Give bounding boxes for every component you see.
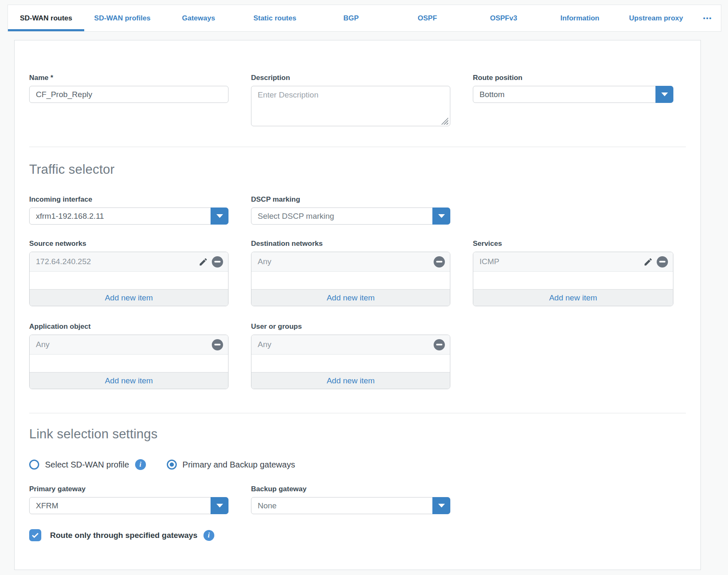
remove-icon[interactable] (433, 339, 445, 350)
tab-information[interactable]: Information (542, 5, 618, 31)
list-item-value: Any (258, 257, 431, 266)
radio-primary-backup-gateways[interactable]: Primary and Backup gateways (167, 460, 295, 470)
list-item-value: 172.64.240.252 (36, 257, 195, 266)
route-position-select[interactable]: Bottom (473, 86, 673, 103)
services-list: ICMP Add new item (473, 252, 673, 306)
add-new-item-button[interactable]: Add new item (473, 289, 673, 306)
tab-bar: SD-WAN routes SD-WAN profiles Gateways S… (8, 5, 721, 32)
more-tabs-icon[interactable]: ••• (694, 5, 721, 31)
list-item-value: Any (258, 340, 431, 349)
remove-icon[interactable] (433, 256, 445, 268)
route-only-checkbox[interactable] (29, 529, 41, 541)
route-position-value: Bottom (473, 86, 673, 102)
route-position-field-group: Route position Bottom (473, 74, 673, 103)
radio-icon[interactable] (29, 460, 39, 470)
tab-static-routes[interactable]: Static routes (237, 5, 313, 31)
info-icon[interactable]: i (203, 530, 214, 541)
incoming-interface-label: Incoming interface (29, 195, 228, 204)
chevron-down-icon[interactable] (211, 497, 228, 514)
add-new-item-label: Add new item (549, 293, 597, 302)
list-item-value: Any (36, 340, 209, 349)
networks-services-row: Source networks 172.64.240.252 Add new i… (29, 240, 686, 306)
radio-checked-icon[interactable] (167, 460, 177, 470)
chevron-down-icon[interactable] (655, 86, 673, 103)
dscp-marking-group: DSCP marking Select DSCP marking (251, 195, 450, 225)
tab-sdwan-routes[interactable]: SD-WAN routes (8, 5, 84, 31)
route-position-label: Route position (473, 74, 673, 82)
chevron-down-icon[interactable] (432, 208, 450, 225)
list-item: ICMP (473, 252, 673, 272)
traffic-selector-title: Traffic selector (29, 162, 686, 177)
radio-label: Select SD-WAN profile (45, 460, 129, 470)
user-or-groups-group: User or groups Any Add new item (251, 322, 450, 389)
services-group: Services ICMP Add new item (473, 240, 673, 306)
destination-networks-list: Any Add new item (251, 252, 450, 306)
backup-gateway-select[interactable]: None (251, 497, 450, 514)
application-object-list: Any Add new item (29, 335, 228, 389)
add-new-item-label: Add new item (105, 293, 153, 302)
tab-ospfv3[interactable]: OSPFv3 (465, 5, 542, 31)
add-new-item-button[interactable]: Add new item (251, 289, 450, 306)
tab-upstream-proxy[interactable]: Upstream proxy (618, 5, 694, 31)
tab-sdwan-profiles[interactable]: SD-WAN profiles (84, 5, 161, 31)
user-or-groups-label: User or groups (251, 322, 450, 331)
info-icon[interactable]: i (135, 459, 146, 470)
incoming-interface-group: Incoming interface xfrm1-192.168.2.11 (29, 195, 228, 225)
add-new-item-button[interactable]: Add new item (251, 372, 450, 389)
remove-icon[interactable] (211, 339, 223, 350)
primary-gateway-label: Primary gateway (29, 485, 228, 493)
list-empty-area (251, 355, 450, 372)
tab-gateways[interactable]: Gateways (161, 5, 237, 31)
interface-dscp-row: Incoming interface xfrm1-192.168.2.11 DS… (29, 195, 686, 225)
dscp-marking-select[interactable]: Select DSCP marking (251, 208, 450, 225)
radio-label: Primary and Backup gateways (183, 460, 295, 470)
primary-gateway-select[interactable]: XFRM (29, 497, 228, 514)
list-empty-area (473, 272, 673, 289)
link-selection-radios: Select SD-WAN profile i Primary and Back… (29, 459, 686, 470)
name-input[interactable] (29, 86, 228, 103)
tab-ospf[interactable]: OSPF (389, 5, 465, 31)
list-empty-area (30, 272, 228, 289)
services-label: Services (473, 240, 673, 248)
list-empty-area (251, 272, 450, 289)
name-label: Name * (29, 74, 228, 82)
link-selection-title: Link selection settings (29, 427, 686, 442)
application-users-row: Application object Any Add new item User… (29, 322, 686, 389)
route-only-label: Route only through specified gateways (50, 531, 198, 540)
dscp-marking-label: DSCP marking (251, 195, 450, 204)
edit-icon[interactable] (642, 256, 654, 268)
description-label: Description (251, 74, 450, 82)
tab-bgp[interactable]: BGP (313, 5, 389, 31)
backup-gateway-label: Backup gateway (251, 485, 450, 493)
source-networks-label: Source networks (29, 240, 228, 248)
add-new-item-label: Add new item (326, 293, 374, 302)
list-item: Any (251, 252, 450, 272)
gateways-row: Primary gateway XFRM Backup gateway None (29, 485, 686, 514)
source-networks-group: Source networks 172.64.240.252 Add new i… (29, 240, 228, 306)
radio-select-sdwan-profile[interactable]: Select SD-WAN profile (29, 460, 129, 470)
list-item: 172.64.240.252 (30, 252, 228, 272)
remove-icon[interactable] (211, 256, 223, 268)
description-textarea[interactable] (251, 86, 450, 126)
destination-networks-label: Destination networks (251, 240, 450, 248)
add-new-item-label: Add new item (105, 376, 153, 385)
divider (29, 413, 686, 413)
description-field-group: Description (251, 74, 450, 128)
remove-icon[interactable] (656, 256, 668, 268)
incoming-interface-select[interactable]: xfrm1-192.168.2.11 (29, 208, 228, 225)
name-field-group: Name * (29, 74, 228, 103)
list-item: Any (30, 335, 228, 355)
primary-gateway-group: Primary gateway XFRM (29, 485, 228, 514)
source-networks-list: 172.64.240.252 Add new item (29, 252, 228, 306)
incoming-interface-value: xfrm1-192.168.2.11 (30, 208, 228, 224)
user-or-groups-list: Any Add new item (251, 335, 450, 389)
route-form-card: Name * Description Route position Bottom… (14, 40, 701, 570)
add-new-item-label: Add new item (326, 376, 374, 385)
list-empty-area (30, 355, 228, 372)
add-new-item-button[interactable]: Add new item (30, 372, 228, 389)
add-new-item-button[interactable]: Add new item (30, 289, 228, 306)
chevron-down-icon[interactable] (432, 497, 450, 514)
dscp-marking-value: Select DSCP marking (251, 208, 450, 224)
chevron-down-icon[interactable] (211, 208, 228, 225)
edit-icon[interactable] (197, 256, 209, 268)
